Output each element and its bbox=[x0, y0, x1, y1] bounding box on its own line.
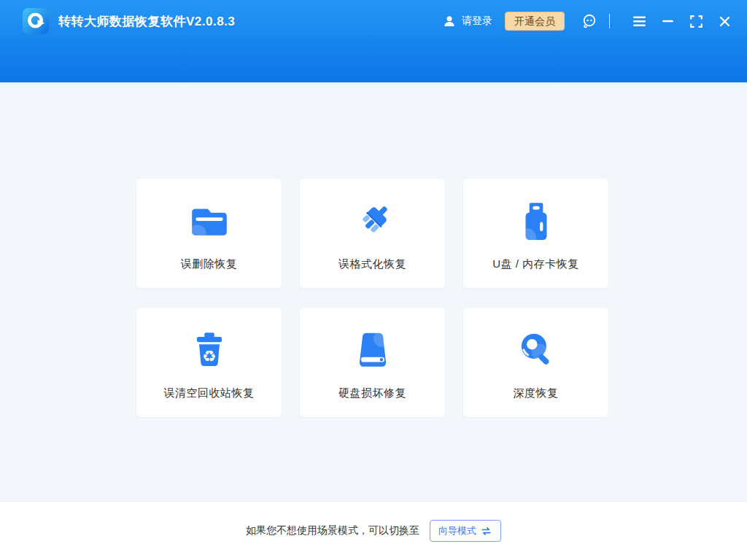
app-title: 转转大师数据恢复软件V2.0.8.3 bbox=[58, 13, 235, 30]
card-usb-recovery[interactable]: U盘 / 内存卡恢复 bbox=[463, 179, 608, 288]
support-headset-icon bbox=[581, 13, 597, 30]
hamburger-menu-icon bbox=[632, 15, 646, 27]
hard-drive-icon bbox=[352, 329, 394, 371]
card-label: 硬盘损坏修复 bbox=[338, 386, 406, 400]
menu-button[interactable] bbox=[627, 9, 651, 34]
titlebar-divider bbox=[609, 14, 610, 28]
card-recycle-bin-recovery[interactable]: ♻ 误清空回收站恢复 bbox=[136, 308, 282, 417]
user-icon bbox=[442, 14, 457, 28]
login-button[interactable]: 请登录 bbox=[442, 14, 492, 28]
svg-text:♻: ♻ bbox=[202, 347, 217, 365]
card-deep-recovery[interactable]: 深度恢复 bbox=[463, 308, 608, 417]
titlebar: 转转大师数据恢复软件V2.0.8.3 请登录 开通会员 bbox=[0, 0, 747, 42]
wizard-mode-label: 向导模式 bbox=[438, 524, 476, 537]
login-label: 请登录 bbox=[462, 15, 492, 28]
wizard-mode-button[interactable]: 向导模式 bbox=[430, 520, 501, 542]
mode-switch-hint: 如果您不想使用场景模式，可以切换至 bbox=[246, 524, 419, 537]
card-formatted-recovery[interactable]: 误格式化恢复 bbox=[300, 179, 445, 288]
card-label: 误删除恢复 bbox=[181, 257, 238, 271]
swap-arrows-icon bbox=[480, 526, 492, 537]
card-deleted-recovery[interactable]: 误删除恢复 bbox=[136, 179, 282, 288]
folder-icon bbox=[188, 200, 231, 242]
header-banner: 转转大师数据恢复软件V2.0.8.3 请登录 开通会员 bbox=[0, 0, 747, 82]
magnifier-icon bbox=[515, 329, 557, 371]
card-label: 误格式化恢复 bbox=[338, 257, 406, 271]
card-label: 误清空回收站恢复 bbox=[164, 386, 255, 400]
card-label: 深度恢复 bbox=[514, 386, 559, 400]
close-icon bbox=[719, 16, 730, 27]
minimize-button[interactable] bbox=[655, 9, 680, 34]
titlebar-actions: 请登录 开通会员 bbox=[442, 9, 737, 34]
footer-bar: 如果您不想使用场景模式，可以切换至 向导模式 bbox=[0, 501, 747, 560]
minimize-icon bbox=[662, 20, 673, 23]
usb-drive-icon bbox=[515, 200, 557, 242]
card-label: U盘 / 内存卡恢复 bbox=[492, 257, 578, 271]
close-button[interactable] bbox=[712, 9, 737, 34]
support-button[interactable] bbox=[581, 13, 597, 30]
maximize-button[interactable] bbox=[684, 9, 708, 34]
open-vip-button[interactable]: 开通会员 bbox=[505, 12, 565, 31]
scene-mode-grid: 误删除恢复 误格式化恢复 U盘 / 内存卡恢复 bbox=[136, 179, 608, 417]
recycle-bin-icon: ♻ bbox=[188, 329, 231, 371]
app-logo-icon bbox=[22, 7, 50, 35]
card-hdd-repair[interactable]: 硬盘损坏修复 bbox=[300, 308, 445, 417]
brush-icon bbox=[352, 200, 394, 242]
maximize-icon bbox=[690, 15, 703, 28]
